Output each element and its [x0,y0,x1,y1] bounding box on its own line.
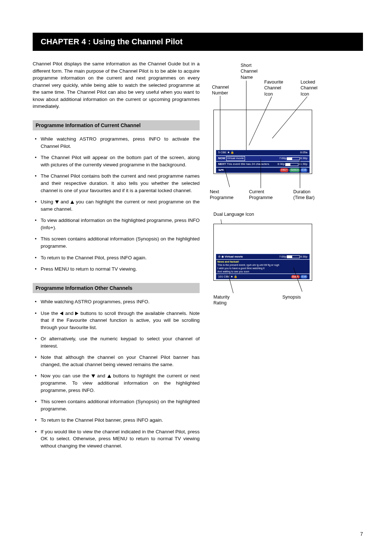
text-fragment: Use the [41,311,60,316]
info-title-row: ⊘ ◉ Virtual movie 7:00p 8:30p [216,254,310,259]
section2-item: Use the and buttons to scroll through th… [33,310,200,331]
text-fragment: Now you can use the [41,373,91,378]
progress-bar [287,255,300,258]
callout-line [220,96,220,150]
clock-time: 8:05a [300,151,307,154]
dual-lang-icon: ⊘ [218,255,221,259]
callout-dual-language: Dual Language Icon [213,211,362,217]
text-fragment: Using [41,199,55,204]
banner-now-row: NOW Virtual movie 7:00p 8:30p [216,156,310,161]
lock-icon: 🔒 [230,151,234,154]
callout-locked-icon: Locked Channel Icon [301,79,318,97]
down-arrow-icon [91,374,95,378]
text-fragment: and [95,373,107,378]
synopsis-block: News and factual! This is the present ev… [216,260,310,274]
arrows-icon: ◂▴▾▸ [218,168,224,172]
chapter-title: CHAPTER 4 : Using the Channel Pilot [33,33,363,51]
section1-item: The Channel Pilot will appear on the bot… [33,154,200,168]
now-end-time: 8:30p [300,157,307,160]
info-plus-button: Info+ [280,168,289,172]
info-start: 7:00p [279,255,286,259]
text-fragment: and [63,311,75,316]
intro-paragraph: Channel Pilot displays the same informat… [33,60,200,110]
tv-screen-mock-2: ⊘ ◉ Virtual movie 7:00p 8:30p News and f… [213,224,312,281]
exit-button: Exit [301,275,307,279]
section2-item: Or alternatively, use the numeric keypad… [33,335,200,349]
text-fragment: and [59,199,71,204]
now-label: NOW [218,157,225,160]
now-title: Virtual movie [226,156,245,161]
banner-next-row: NEXT This event title has 24 characters … [216,162,310,167]
channel-number-value: 5 [218,151,220,154]
progress-bar [285,163,298,166]
figure-1: Short Channel Name Channel Number Favour… [210,66,362,204]
section1-item: Press MENU to return to normal TV viewin… [33,266,200,273]
callout-line [246,81,246,150]
section1-item: Using and you can highlight the current … [33,198,200,212]
figure-2: Dual Language Icon ⊘ ◉ Virtual movie 7:0… [210,211,362,281]
synopsis-line: News and factual! [217,260,308,264]
info-channel-number: 101 [218,275,223,279]
section2-item: While watching ASTRO programmes, press I… [33,298,200,305]
up-arrow-icon [70,200,74,204]
info-end: 8:30p [300,255,307,259]
callout-next-programme: Next Programme [210,189,233,201]
left-column: Channel Pilot displays the same informat… [33,60,200,454]
star-icon: ★ [227,151,230,154]
synopsis-line: This is the present event, rgoh uhr ig u… [217,264,308,267]
lock-icon: 🔒 [234,275,237,279]
two-column-layout: Channel Pilot displays the same informat… [33,60,363,454]
rating-icon: ◉ [221,255,224,259]
section2-item: To return to the Channel Pilot banner, p… [33,417,200,424]
section2-item: If you would like to view the channel in… [33,428,200,450]
section1-item: To view additional information on the hi… [33,217,200,231]
up-arrow-icon [107,374,111,378]
page: CHAPTER 4 : Using the Channel Pilot Chan… [0,0,392,555]
section2-heading: Programme Information Other Channels [33,283,200,293]
now-start-time: 7:00p [279,157,286,160]
back-button: Back [291,275,300,279]
select-button: Select [289,168,299,172]
section1-item: The Channel Pilot contains both the curr… [33,173,200,194]
banner-top-row: 5 CBE ★ 🔒 8:05a [216,150,310,155]
section1-heading: Programme Information of Current Channel [33,120,200,130]
next-start-time: 8:30p [278,162,285,166]
left-arrow-icon [60,312,63,315]
callout-line [300,159,300,188]
next-title: This event title has 24 characters [226,162,269,166]
callout-duration: Duration (Time Bar) [293,189,315,201]
synopsis-line: I wish you to have a good time watching … [217,267,308,270]
exit-button: Exit [301,168,307,172]
section1-item: While watching ASTRO programmes, press I… [33,135,200,150]
callout-channel-number: Channel Number [212,84,229,96]
section1-list: While watching ASTRO programmes, press I… [33,135,200,272]
callout-favourite-icon: Favourite Channel Icon [264,79,283,97]
info-title: Virtual movie [225,255,243,259]
page-number: 7 [360,531,363,537]
callout-current-programme: Current Programme [249,189,273,201]
down-arrow-icon [55,200,59,204]
next-label: NEXT [218,162,226,166]
banner-control-row: ◂▴▾▸ Info+ Select Exit [216,167,310,173]
callout-line [261,159,261,188]
section2-list: While watching ASTRO programmes, press I… [33,298,200,450]
tv-screen-mock: 5 CBE ★ 🔒 8:05a NOW Virtual movie 7:00p [213,110,312,174]
section2-item: This screen contains additional informat… [33,398,200,412]
section2-item: Now you can use the and buttons to highl… [33,372,200,394]
star-icon: ★ [230,275,233,279]
callout-short-channel-name: Short Channel Name [241,62,258,80]
right-column: Short Channel Name Channel Number Favour… [210,60,362,454]
section1-item: This screen contains additional informat… [33,235,200,250]
section2-item: Note that although the channel on your C… [33,354,200,368]
section1-item: To return to the Channel Pilot, press IN… [33,254,200,262]
channel-name-value: CBE [220,151,226,154]
progress-bar [287,157,300,160]
callout-synopsis: Synopsis [282,294,301,300]
callout-maturity-rating: Maturity Rating [213,294,229,306]
